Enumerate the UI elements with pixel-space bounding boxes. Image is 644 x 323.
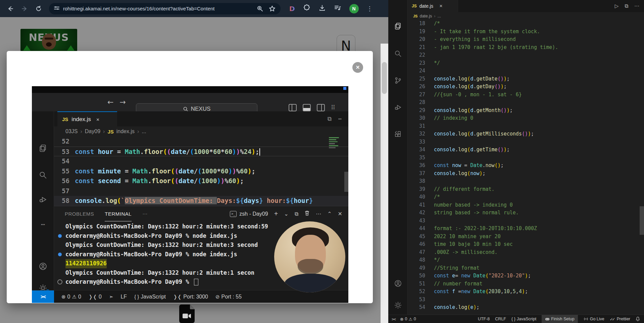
tab-terminal[interactable]: TERMINAL	[105, 206, 132, 221]
code-line-53[interactable]: 53const hour = Math.floor((date/(1000*60…	[54, 147, 348, 157]
code-line-33[interactable]: 33	[408, 138, 644, 146]
browser-menu-icon[interactable]: ⋮	[367, 8, 373, 10]
download-icon[interactable]	[318, 4, 326, 13]
code-line-48[interactable]: 48*/	[408, 256, 644, 264]
code-line-23[interactable]: 23*/	[408, 59, 644, 67]
video-code-editor[interactable]: 5253const hour = Math.floor((date/(1000*…	[54, 137, 348, 206]
split-editor-icon[interactable]: ⧉	[625, 3, 628, 9]
code-line-30[interactable]: 30// indexing 0	[408, 114, 644, 122]
page-scrollbar[interactable]	[381, 44, 388, 323]
minimap[interactable]	[329, 137, 344, 167]
split-terminal-icon[interactable]: ⧉	[295, 211, 298, 217]
maximize-panel-icon[interactable]: ⌃	[327, 211, 332, 217]
remote-indicator[interactable]: ><	[392, 317, 395, 322]
explorer-icon[interactable]	[388, 19, 408, 34]
code-line-34[interactable]: 34console.log(d.getTime());	[408, 146, 644, 154]
run-debug-icon[interactable]	[388, 100, 408, 115]
code-line-41[interactable]: 41number based -> indexing 0	[408, 201, 644, 209]
code-line-51[interactable]: 51// number format	[408, 280, 644, 288]
code-line-54[interactable]: 54console.log(e);	[408, 304, 644, 312]
modal-close-button[interactable]: ✕	[352, 62, 363, 73]
code-line-24[interactable]: 24	[408, 67, 644, 75]
profile-avatar[interactable]: N	[349, 4, 359, 13]
code-line-27[interactable]: 27//{sun -0 , mon - 1. sat - 6}	[408, 91, 644, 99]
code-line-25[interactable]: 25console.log(d.getDate());	[408, 75, 644, 83]
split-editor-icon[interactable]: ⧉	[328, 115, 332, 122]
code-line-45[interactable]: 452022 10 mahine year 20	[408, 233, 644, 241]
code-line-44[interactable]: 44format :- 2022-10-20T10:10:10.000Z	[408, 225, 644, 233]
reload-button[interactable]	[33, 3, 44, 14]
code-line-20[interactable]: 20- everything is millisecond	[408, 36, 644, 44]
broadcast-count[interactable]: ❭❬ 0	[89, 294, 102, 300]
tab-problems[interactable]: PROBLEMS	[65, 206, 94, 221]
bookmark-star-icon[interactable]	[268, 5, 276, 12]
encoding-indicator[interactable]: UTF-8	[478, 317, 490, 321]
video-player[interactable]: ← → NEXUS ⠿	[32, 86, 348, 303]
editor-more-icon[interactable]: ⋯	[634, 3, 639, 9]
code-line-37[interactable]: 37console.log(now);	[408, 170, 644, 178]
code-line-52[interactable]: 52	[54, 137, 348, 147]
code-line-35[interactable]: 35	[408, 154, 644, 162]
tab-date-js[interactable]: JS date.js ✕	[408, 0, 458, 12]
code-line-47[interactable]: 47.000Z -> millisecond.	[408, 249, 644, 257]
code-line-19[interactable]: 19- It take it from the system clock.	[408, 28, 644, 36]
language-mode[interactable]: { } JavaScript	[511, 317, 536, 321]
eol-indicator[interactable]: CRLF	[495, 317, 506, 321]
code-line-55[interactable]: 55const minute = Math.floor((date/(1000*…	[54, 166, 348, 176]
code-line-22[interactable]: 22	[408, 51, 644, 59]
breadcrumb-symbol[interactable]: ...	[142, 128, 146, 134]
language-mode[interactable]: { } JavaScript	[134, 294, 166, 300]
problems-status[interactable]: ⊗ 0 ⚠ 0	[400, 317, 416, 322]
code-line-29[interactable]: 29console.log(d.getMonth());	[408, 107, 644, 115]
prettier-button[interactable]: ✓✓ Prettier	[610, 317, 630, 322]
code-line-28[interactable]: 28	[408, 99, 644, 107]
source-control-icon[interactable]	[388, 73, 408, 88]
kill-terminal-icon[interactable]	[304, 210, 310, 217]
port-55[interactable]: ⊘ Port : 55	[215, 294, 242, 300]
code-line-18[interactable]: 18/*	[408, 20, 644, 28]
forward-button[interactable]	[19, 3, 30, 14]
code-line-39[interactable]: 39// different format.	[408, 185, 644, 194]
code-line-46[interactable]: 46time 10 baje 10 min 10 sec	[408, 240, 644, 249]
notifications-bell-icon[interactable]	[636, 317, 640, 321]
panel-more-actions-icon[interactable]: ⋯	[316, 211, 321, 217]
tab-close-icon[interactable]: ✕	[439, 4, 443, 8]
code-line-50[interactable]: 50const e= new Date("2022-10-20");	[408, 272, 644, 280]
finish-setup-button[interactable]: Finish Setup	[542, 315, 578, 323]
site-settings-icon[interactable]	[54, 5, 60, 12]
code-line-42[interactable]: 42string based -> normal rule.	[408, 209, 644, 217]
editor-scrollbar-thumb[interactable]	[344, 172, 348, 192]
tab-index-js[interactable]: JS index.js ✕	[57, 111, 117, 126]
new-terminal-icon[interactable]: +	[274, 210, 278, 218]
accounts-icon[interactable]	[388, 276, 408, 291]
code-line-53[interactable]: 53	[408, 296, 644, 304]
breadcrumb-folder[interactable]: Day09	[85, 128, 100, 134]
code-line-56[interactable]: 56const second = Math.floor((date/(1000)…	[54, 176, 348, 186]
tab-close-icon[interactable]: ✕	[96, 116, 99, 122]
remote-indicator[interactable]: ><	[32, 290, 54, 303]
page-scrollbar-thumb[interactable]	[382, 62, 387, 94]
code-line-32[interactable]: 32console.log(d.getMilliseconds());	[408, 130, 644, 138]
code-line-31[interactable]: 31	[408, 122, 644, 130]
breadcrumb-folder[interactable]: 03JS	[65, 128, 78, 134]
problems-status[interactable]: ⊗ 0 ⚠ 0	[61, 294, 81, 300]
code-line-58[interactable]: 58console.log(`Olympics CountDownTime: D…	[54, 196, 348, 206]
search-icon[interactable]	[388, 46, 408, 61]
settings-gear-icon[interactable]	[388, 298, 408, 313]
eol-indicator[interactable]: LF	[120, 294, 127, 300]
extensions-icon[interactable]	[388, 127, 408, 142]
launch-status[interactable]: ➣	[109, 294, 113, 300]
code-line-49[interactable]: 49//String format	[408, 264, 644, 272]
code-line-57[interactable]: 57	[54, 186, 348, 196]
url-text[interactable]: rohittnegi.akamai.net.in/new-courses/16/…	[63, 6, 252, 11]
code-line-52[interactable]: 52const f =new Date(2030,10,5,4);	[408, 288, 644, 296]
breadcrumb[interactable]: JS date.js › ...	[408, 12, 644, 20]
extension-d-icon[interactable]: D	[289, 5, 295, 13]
code-line-36[interactable]: 36const now = Date.now();	[408, 162, 644, 170]
zoom-icon[interactable]	[256, 5, 264, 12]
shell-selector[interactable]: >_ zsh - Day09	[230, 211, 268, 217]
code-line-21[interactable]: 21- jan 1 1970 raat 12 bje (strating tim…	[408, 44, 644, 52]
run-file-icon[interactable]: ▷	[615, 3, 619, 9]
port-3000[interactable]: ❭❬ Port: 3000	[173, 294, 208, 300]
editor-more-icon[interactable]: ⋯	[338, 115, 342, 122]
